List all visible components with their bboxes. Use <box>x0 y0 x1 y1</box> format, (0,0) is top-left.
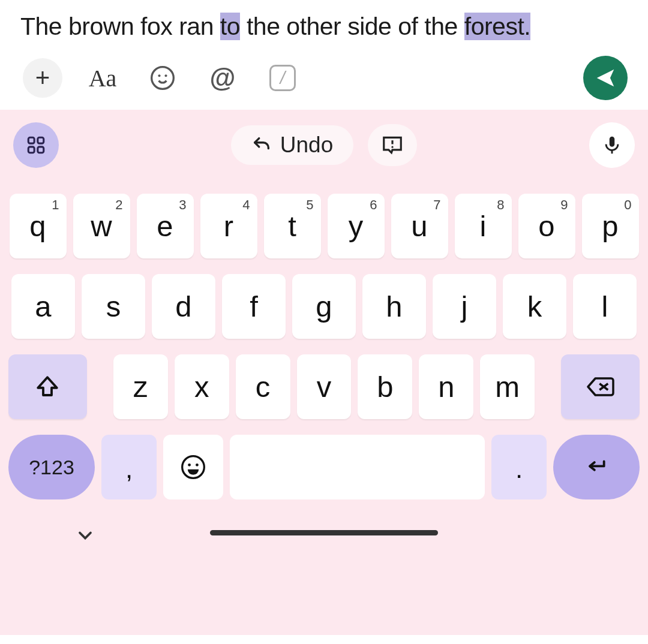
key-p[interactable]: p0 <box>582 194 639 258</box>
key-b[interactable]: b <box>358 354 412 419</box>
undo-button[interactable]: Undo <box>231 125 353 165</box>
dismiss-keyboard-button[interactable] <box>74 525 96 546</box>
nav-bar <box>8 499 640 565</box>
shift-key[interactable] <box>8 354 87 419</box>
key-hint: 5 <box>306 197 313 213</box>
svg-point-2 <box>164 75 167 77</box>
symbols-key[interactable]: ?123 <box>8 435 95 499</box>
svg-point-0 <box>152 67 174 89</box>
undo-icon <box>251 135 272 155</box>
svg-point-15 <box>196 464 199 467</box>
grid-icon <box>26 135 46 155</box>
key-n[interactable]: n <box>419 354 473 419</box>
svg-point-1 <box>158 75 160 77</box>
key-t[interactable]: t5 <box>264 194 321 258</box>
keyboard-suggestion-bar: Undo <box>8 121 640 170</box>
chevron-down-icon <box>74 525 96 546</box>
emoji-button[interactable] <box>143 58 182 98</box>
key-m[interactable]: m <box>480 354 535 419</box>
key-d[interactable]: d <box>152 274 215 339</box>
keyboard-row-4: ?123 , . <box>8 435 640 499</box>
send-icon <box>594 67 617 89</box>
svg-rect-9 <box>610 137 615 147</box>
backspace-key[interactable] <box>561 354 640 419</box>
key-q[interactable]: q1 <box>10 194 67 258</box>
enter-icon <box>582 456 611 479</box>
period-key[interactable]: . <box>491 435 547 499</box>
compose-text[interactable]: The brown fox ran to the other side of t… <box>20 11 628 43</box>
add-button[interactable]: + <box>23 58 62 98</box>
keyboard-row-2: asdfghjkl <box>8 274 640 339</box>
format-bar: + Aa @ / <box>20 43 628 110</box>
key-o[interactable]: o9 <box>518 194 575 258</box>
undo-label: Undo <box>280 133 333 158</box>
key-k[interactable]: k <box>503 274 566 339</box>
feedback-button[interactable] <box>368 124 417 166</box>
backspace-icon <box>585 374 616 399</box>
emoji-key[interactable] <box>163 435 223 499</box>
key-hint: 6 <box>370 197 377 213</box>
slash-command-button[interactable]: / <box>263 58 302 98</box>
key-r[interactable]: r4 <box>200 194 257 258</box>
comma-key[interactable]: , <box>101 435 157 499</box>
keyboard-row-1: q1w2e3r4t5y6u7i8o9p0 <box>8 194 640 258</box>
svg-point-8 <box>392 146 394 148</box>
key-c[interactable]: c <box>236 354 290 419</box>
keyboard-rows: q1w2e3r4t5y6u7i8o9p0 asdfghjkl zxcvbnm ?… <box>8 194 640 499</box>
key-hint: 0 <box>624 197 631 213</box>
voice-input-button[interactable] <box>589 122 635 168</box>
key-hint: 2 <box>115 197 122 213</box>
key-s[interactable]: s <box>82 274 145 339</box>
shift-icon <box>35 374 60 399</box>
key-i[interactable]: i8 <box>455 194 512 258</box>
emoji-icon <box>180 454 206 480</box>
keyboard: Undo q1w2e3r4t5y6u7i8o9p0 asdfghjkl zxcv… <box>0 110 648 635</box>
compose-segment: forest. <box>464 13 530 40</box>
key-hint: 1 <box>52 197 59 213</box>
key-hint: 7 <box>433 197 440 213</box>
key-w[interactable]: w2 <box>73 194 130 258</box>
svg-rect-3 <box>28 138 34 144</box>
key-u[interactable]: u7 <box>391 194 448 258</box>
mention-button[interactable]: @ <box>203 58 242 98</box>
key-a[interactable]: a <box>11 274 75 339</box>
compose-area: The brown fox ran to the other side of t… <box>0 0 648 110</box>
key-h[interactable]: h <box>362 274 426 339</box>
compose-segment: the other side of the <box>240 13 464 40</box>
mic-icon <box>602 135 622 155</box>
enter-key[interactable] <box>553 435 640 499</box>
feedback-icon <box>381 134 404 157</box>
smiley-icon <box>149 65 176 91</box>
svg-point-14 <box>188 464 191 467</box>
slash-icon: / <box>269 65 296 91</box>
key-j[interactable]: j <box>433 274 496 339</box>
key-l[interactable]: l <box>573 274 637 339</box>
text-format-button[interactable]: Aa <box>83 58 122 98</box>
space-key[interactable] <box>230 435 485 499</box>
key-hint: 3 <box>179 197 186 213</box>
nav-handle[interactable] <box>210 530 438 535</box>
svg-rect-5 <box>28 147 34 153</box>
key-v[interactable]: v <box>297 354 352 419</box>
keyboard-row-3: zxcvbnm <box>8 354 640 419</box>
compose-segment: to <box>220 13 240 40</box>
key-hint: 8 <box>497 197 504 213</box>
send-button[interactable] <box>583 56 628 100</box>
key-e[interactable]: e3 <box>137 194 194 258</box>
keyboard-apps-button[interactable] <box>13 122 59 168</box>
key-f[interactable]: f <box>222 274 286 339</box>
key-z[interactable]: z <box>113 354 168 419</box>
svg-rect-4 <box>38 138 44 144</box>
key-y[interactable]: y6 <box>328 194 385 258</box>
compose-segment: The brown fox ran <box>20 13 220 40</box>
key-hint: 9 <box>560 197 568 213</box>
svg-rect-6 <box>38 147 44 153</box>
key-x[interactable]: x <box>175 354 229 419</box>
key-g[interactable]: g <box>292 274 356 339</box>
key-hint: 4 <box>242 197 250 213</box>
